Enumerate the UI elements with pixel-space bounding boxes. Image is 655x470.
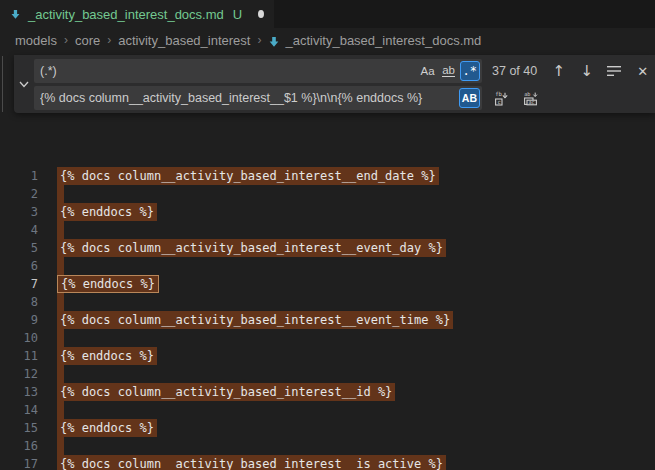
editor-line[interactable]: 4 [0,221,655,239]
match-case-label: Aa [420,65,434,77]
line-number[interactable]: 2 [0,185,38,203]
line-content [57,293,64,311]
tab-activity-docs[interactable]: _activity_based_interest_docs.md U [0,0,274,28]
line-content: {% enddocs %} [57,203,157,221]
line-content: {% docs column__activity_based_interest_… [57,383,395,401]
editor-line[interactable]: 3{% enddocs %} [0,203,655,221]
find-widget-sash[interactable] [2,56,3,112]
replace-input[interactable] [34,86,482,110]
line-number[interactable]: 1 [0,167,38,185]
editor-line[interactable]: 7{% enddocs %} [0,275,655,293]
svg-text:fb: fb [495,91,502,97]
chevron-down-icon [19,81,29,88]
find-in-selection-toggle[interactable] [603,60,626,83]
line-content: {% docs column__activity_based_interest_… [57,455,446,470]
line-number[interactable]: 4 [0,221,38,239]
line-number[interactable]: 9 [0,311,38,329]
previous-match-button[interactable]: ↑ [547,60,570,83]
breadcrumb-separator: › [64,33,68,47]
editor-line[interactable]: 2 [0,185,655,203]
breadcrumb-item-activity-based-interest[interactable]: activity_based_interest [118,33,250,48]
close-icon: ✕ [637,64,648,79]
empty-line-match [57,401,64,419]
editor-surface: 1{% docs column__activity_based_interest… [0,52,655,470]
line-number[interactable]: 10 [0,329,38,347]
line-number[interactable]: 11 [0,347,38,365]
markdown-file-icon [10,7,21,22]
replace-all-button[interactable]: ab ac [519,87,542,110]
line-number[interactable]: 7 [0,275,38,293]
empty-line-match [57,437,64,455]
next-match-button[interactable]: ↓ [575,60,598,83]
breadcrumb: models › core › activity_based_interest … [0,28,655,52]
empty-line-match [57,257,64,275]
editor-line[interactable]: 8 [0,293,655,311]
line-number[interactable]: 6 [0,257,38,275]
line-number[interactable]: 5 [0,239,38,257]
editor-line[interactable]: 15{% enddocs %} [0,419,655,437]
line-content: {% enddocs %} [57,275,159,293]
editor-line[interactable]: 6 [0,257,655,275]
modified-indicator-dot[interactable] [258,10,264,18]
line-content [57,257,64,275]
find-match: {% docs column__activity_based_interest_… [57,239,446,257]
match-case-toggle[interactable]: Aa [417,61,437,81]
whole-word-label: ab [442,65,455,77]
empty-line-match [57,221,64,239]
editor-line[interactable]: 14 [0,401,655,419]
line-content: {% enddocs %} [57,419,157,437]
breadcrumb-item-filename[interactable]: _activity_based_interest_docs.md [285,33,481,48]
line-number[interactable]: 8 [0,293,38,311]
line-number[interactable]: 3 [0,203,38,221]
line-number[interactable]: 12 [0,365,38,383]
replace-all-icon: ab ac [522,90,539,107]
line-number[interactable]: 13 [0,383,38,401]
editor-line[interactable]: 17{% docs column__activity_based_interes… [0,455,655,470]
arrow-down-icon: ↓ [580,64,593,79]
editor-line[interactable]: 11{% enddocs %} [0,347,655,365]
tab-bar: _activity_based_interest_docs.md U [0,0,655,28]
line-content [57,365,64,383]
close-button[interactable]: ✕ [631,60,654,83]
tab-label: _activity_based_interest_docs.md [28,7,224,22]
line-content [57,221,64,239]
editor-line[interactable]: 5{% docs column__activity_based_interest… [0,239,655,257]
find-match: {% enddocs %} [57,203,157,221]
editor-line[interactable]: 10 [0,329,655,347]
line-content: {% enddocs %} [57,347,157,365]
whole-word-toggle[interactable]: ab [439,61,459,81]
svg-text:c: c [497,98,500,104]
find-match: {% enddocs %} [57,419,157,437]
empty-line-match [57,185,64,203]
line-number[interactable]: 17 [0,455,38,470]
toggle-replace-button[interactable] [14,59,34,110]
git-status-badge: U [233,7,242,22]
editor-line[interactable]: 12 [0,365,655,383]
line-number[interactable]: 14 [0,401,38,419]
editor-line[interactable]: 9{% docs column__activity_based_interest… [0,311,655,329]
editor-line[interactable]: 13{% docs column__activity_based_interes… [0,383,655,401]
regex-toggle[interactable]: .* [460,61,480,81]
line-content [57,437,64,455]
replace-icon: fb c [493,90,510,107]
preserve-case-label: AB [462,92,477,104]
replace-button[interactable]: fb c [490,87,513,110]
line-number[interactable]: 16 [0,437,38,455]
arrow-up-icon: ↑ [552,64,565,79]
find-match: {% docs column__activity_based_interest_… [57,167,439,185]
find-match: {% docs column__activity_based_interest_… [57,383,395,401]
line-number[interactable]: 15 [0,419,38,437]
line-content [57,185,64,203]
find-row: Aa ab .* 37 of 40 ↑ ↓ [34,59,654,83]
empty-line-match [57,365,64,383]
find-input[interactable] [34,59,482,83]
editor-line[interactable]: 1{% docs column__activity_based_interest… [0,167,655,185]
preserve-case-toggle[interactable]: AB [459,88,480,108]
line-content [57,401,64,419]
markdown-file-icon [268,36,280,48]
breadcrumb-item-core[interactable]: core [75,33,100,48]
editor-line[interactable]: 16 [0,437,655,455]
empty-line-match [57,329,64,347]
breadcrumb-separator: › [257,33,261,47]
breadcrumb-item-models[interactable]: models [15,33,57,48]
